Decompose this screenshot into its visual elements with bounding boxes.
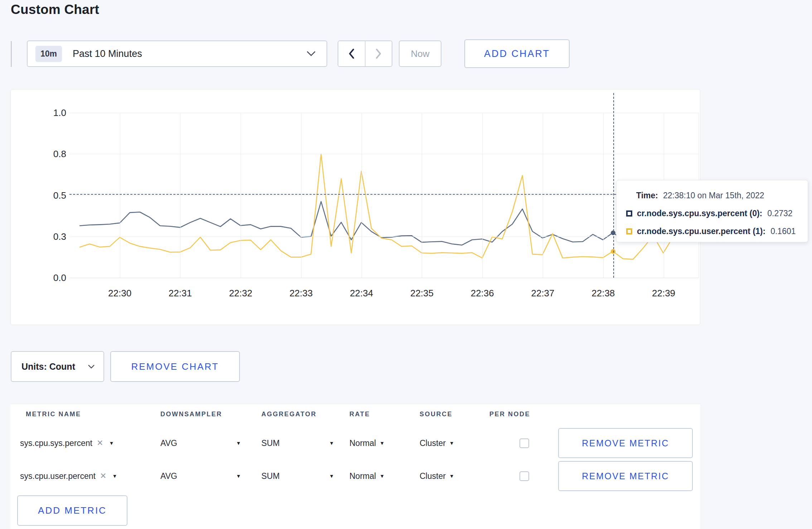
aggregator-value: SUM	[261, 438, 280, 448]
downsampler-value: AVG	[160, 471, 177, 481]
caret-down-icon: ▼	[449, 473, 454, 479]
x-tick-label: 22:37	[518, 288, 568, 299]
x-gridline	[301, 113, 301, 278]
chart-tooltip: Time: 22:38:10 on Mar 15th, 2022 cr.node…	[616, 180, 808, 242]
clear-metric-icon[interactable]: ✕	[100, 471, 106, 481]
col-aggregator: AGGREGATOR	[261, 411, 316, 418]
tooltip-time-label: Time:	[636, 191, 658, 200]
metric-name-select[interactable]: sys.cpu.user.percent ✕ ▼	[20, 461, 117, 491]
source-select[interactable]: Cluster ▼	[420, 461, 454, 491]
aggregator-select[interactable]: SUM ▼	[261, 461, 334, 491]
chart-card: 0.00.30.50.81.022:3022:3122:3222:3322:34…	[10, 89, 700, 325]
x-tick-label: 22:38	[578, 288, 628, 299]
source-value: Cluster	[420, 438, 446, 448]
x-gridline	[543, 113, 543, 278]
caret-down-icon[interactable]: ▼	[112, 473, 117, 479]
y-gridline	[69, 237, 699, 237]
time-range-label: Past 10 Minutes	[73, 48, 142, 59]
metric-name-select[interactable]: sys.cpu.sys.percent ✕ ▼	[20, 428, 114, 458]
time-nav-group	[338, 40, 392, 67]
rate-select[interactable]: Normal ▼	[349, 428, 385, 458]
remove-metric-button[interactable]: REMOVE METRIC	[558, 428, 693, 458]
tooltip-series-value: 0.1601	[770, 227, 796, 236]
x-gridline	[362, 113, 362, 278]
per-node-checkbox[interactable]	[519, 471, 529, 481]
caret-down-icon: ▼	[329, 473, 334, 479]
tooltip-series-row: cr.node.sys.cpu.sys.percent (0): 0.2732	[626, 204, 808, 222]
source-select[interactable]: Cluster ▼	[420, 428, 454, 458]
metric-name-value: sys.cpu.user.percent	[20, 471, 96, 481]
y-gridline	[69, 154, 699, 154]
x-tick-label: 22:36	[457, 288, 507, 299]
tooltip-series-label: cr.node.sys.cpu.user.percent (1):	[637, 227, 765, 236]
downsampler-value: AVG	[160, 438, 177, 448]
aggregator-select[interactable]: SUM ▼	[261, 428, 334, 458]
units-select[interactable]: Units: Count	[11, 351, 104, 382]
x-gridline	[603, 113, 604, 278]
now-button[interactable]: Now	[399, 40, 441, 67]
time-back-button[interactable]	[338, 41, 366, 66]
x-gridline	[422, 113, 422, 278]
series-line-user	[79, 154, 673, 259]
add-metric-button[interactable]: ADD METRIC	[17, 495, 127, 526]
x-tick-label: 22:33	[276, 288, 326, 299]
metrics-table: METRIC NAME DOWNSAMPLER AGGREGATOR RATE …	[10, 404, 700, 529]
time-forward-button[interactable]	[366, 41, 392, 66]
time-range-badge: 10m	[35, 46, 62, 62]
col-rate: RATE	[349, 411, 370, 418]
x-tick-label: 22:39	[639, 288, 689, 299]
y-tick-label: 0.3	[38, 231, 66, 242]
caret-down-icon: ▼	[380, 473, 385, 479]
x-tick-label: 22:34	[337, 288, 387, 299]
caret-down-icon: ▼	[380, 440, 385, 446]
y-gridline	[69, 278, 699, 278]
remove-chart-button[interactable]: REMOVE CHART	[110, 351, 240, 382]
x-tick-label: 22:31	[155, 288, 205, 299]
custom-chart-page: Custom Chart 10m Past 10 Minutes Now ADD…	[0, 0, 812, 529]
y-tick-label: 0.5	[38, 190, 66, 201]
rate-value: Normal	[349, 438, 376, 448]
col-metric-name: METRIC NAME	[26, 411, 81, 418]
x-gridline	[180, 113, 180, 278]
add-chart-button[interactable]: ADD CHART	[464, 39, 570, 68]
series-line-sys	[79, 202, 673, 245]
x-gridline	[120, 113, 120, 278]
units-label: Units: Count	[21, 361, 75, 372]
tooltip-series-row: cr.node.sys.cpu.user.percent (1): 0.1601	[626, 222, 808, 240]
downsampler-select[interactable]: AVG ▼	[160, 461, 241, 491]
source-value: Cluster	[420, 471, 446, 481]
metric-row: sys.cpu.sys.percent ✕ ▼ AVG ▼ SUM ▼ Norm…	[10, 428, 700, 458]
tooltip-series-value: 0.2732	[767, 209, 792, 218]
y-tick-label: 0.0	[38, 272, 66, 283]
col-downsampler: DOWNSAMPLER	[160, 411, 222, 418]
crosshair-horizontal	[69, 194, 699, 195]
y-gridline	[69, 195, 699, 196]
x-gridline	[241, 113, 241, 278]
downsampler-select[interactable]: AVG ▼	[160, 428, 241, 458]
caret-down-icon[interactable]: ▼	[109, 440, 114, 446]
col-source: SOURCE	[420, 411, 453, 418]
page-title: Custom Chart	[11, 2, 99, 17]
clear-metric-icon[interactable]: ✕	[97, 438, 103, 448]
time-range-select[interactable]: 10m Past 10 Minutes	[27, 40, 327, 67]
chevron-down-icon	[88, 364, 95, 369]
rate-select[interactable]: Normal ▼	[349, 461, 385, 491]
chevron-right-icon	[375, 48, 382, 59]
metric-row: sys.cpu.user.percent ✕ ▼ AVG ▼ SUM ▼ Nor…	[10, 461, 700, 491]
x-tick-label: 22:35	[397, 288, 447, 299]
tooltip-time-row: Time: 22:38:10 on Mar 15th, 2022	[626, 186, 808, 204]
y-tick-label: 1.0	[38, 107, 66, 118]
y-tick-label: 0.8	[38, 148, 66, 160]
rate-value: Normal	[349, 471, 376, 481]
crosshair-vertical	[613, 93, 614, 278]
x-tick-label: 22:32	[216, 288, 266, 299]
metric-name-value: sys.cpu.sys.percent	[20, 438, 92, 448]
chevron-left-icon	[348, 48, 355, 59]
x-tick-label: 22:30	[95, 288, 145, 299]
toolbar-divider	[11, 41, 12, 67]
remove-metric-button[interactable]: REMOVE METRIC	[558, 461, 693, 491]
y-gridline	[69, 113, 699, 113]
per-node-checkbox[interactable]	[519, 438, 529, 448]
chart-plot-area[interactable]	[69, 113, 699, 278]
chevron-down-icon	[306, 51, 316, 57]
